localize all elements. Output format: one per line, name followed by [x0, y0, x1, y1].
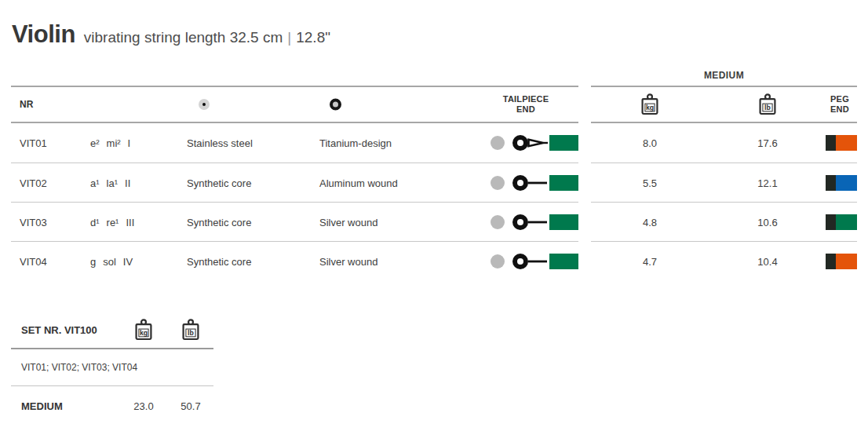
- string-row-vit04: VIT04 g sol IV Synthetic core Silver wou…: [11, 241, 578, 280]
- svg-text:lb: lb: [764, 104, 771, 111]
- peg-swatch-dark: [826, 135, 836, 151]
- lb-weight-icon: lb: [758, 93, 777, 116]
- note-solfege: la¹: [107, 177, 118, 188]
- string-winding: Silver wound: [319, 216, 377, 228]
- tension-kg: 5.5: [618, 177, 681, 188]
- subtitle-text: vibrating string length 32.5 cm: [84, 29, 283, 46]
- note-pitch: e²: [90, 137, 100, 149]
- tension-kg: 8.0: [618, 137, 681, 149]
- tailpiece-color-swatch: [549, 135, 578, 151]
- note-solfege: mi²: [107, 137, 121, 149]
- set-contents-row: VIT01; VIT02; VIT03; VIT04: [11, 349, 213, 386]
- peg-swatch-color: [836, 214, 857, 230]
- note-numeral: IV: [123, 255, 133, 267]
- svg-text:lb: lb: [188, 328, 194, 336]
- string-row-vit01: VIT01 e² mi² I Stainless steel Titanium-…: [11, 123, 578, 163]
- tension-kg: 4.8: [618, 216, 681, 228]
- tailpiece-end-icon: [512, 173, 548, 192]
- ball-end-icon: [512, 173, 548, 192]
- peg-header-line2: END: [822, 104, 857, 115]
- gray-dot-icon: [491, 215, 505, 229]
- tension-lb: 12.1: [736, 177, 799, 188]
- set-table: SET NR. VIT100 kg lb VIT01; VIT02; VIT03…: [11, 311, 213, 426]
- note-solfege: re¹: [107, 216, 119, 228]
- string-nr: VIT01: [20, 137, 47, 149]
- tension-lb: 10.4: [736, 255, 799, 267]
- string-nr: VIT02: [20, 177, 47, 188]
- note-pitch: a¹: [90, 177, 100, 188]
- string-core: Synthetic core: [187, 177, 251, 188]
- set-tension-lb: 50.7: [167, 400, 214, 412]
- string-winding: Aluminum wound: [319, 177, 398, 188]
- svg-text:kg: kg: [140, 328, 148, 336]
- strings-table-header: NR TAILPIECE END: [11, 86, 578, 123]
- lb-weight-icon: lb: [181, 318, 200, 341]
- note-numeral: I: [128, 137, 131, 149]
- violin-spec-page: Violin vibrating string length 32.5 cm|1…: [0, 0, 868, 431]
- set-table-header: SET NR. VIT100 kg lb: [11, 311, 213, 349]
- gray-dot-icon: [491, 176, 505, 190]
- set-tension-kg: 23.0: [120, 400, 167, 412]
- tension-row-vit03: 4.8 10.6: [591, 202, 857, 241]
- tension-row-vit04: 4.7 10.4: [591, 241, 857, 280]
- set-contents-list: VIT01; VIT02; VIT03; VIT04: [21, 362, 137, 373]
- note-numeral: III: [126, 216, 134, 228]
- string-note: e² mi² I: [90, 137, 130, 149]
- tailpiece-column-header: TAILPIECE END: [482, 94, 570, 115]
- subtitle-separator: |: [283, 29, 296, 46]
- gray-dot-icon: [491, 254, 505, 268]
- peg-end-color-swatch: [826, 214, 857, 230]
- peg-swatch-color: [836, 254, 857, 269]
- peg-swatch-color: [836, 175, 857, 191]
- tailpiece-end-icon: [512, 133, 548, 152]
- peg-end-color-swatch: [826, 254, 857, 269]
- string-core: Stainless steel: [187, 137, 253, 149]
- peg-header-line1: PEG: [822, 94, 857, 104]
- peg-end-color-swatch: [826, 135, 857, 151]
- tailpiece-end-icon: [512, 252, 548, 271]
- note-pitch: d¹: [90, 216, 100, 228]
- string-note: g sol IV: [90, 255, 133, 267]
- note-pitch: g: [90, 255, 96, 267]
- winding-column-icon: [330, 99, 341, 111]
- tailpiece-color-swatch: [549, 214, 578, 230]
- peg-swatch-dark: [826, 214, 836, 230]
- string-winding: Titanium-design: [319, 137, 392, 149]
- set-values-row: MEDIUM 23.0 50.7: [11, 386, 213, 426]
- tension-kg: 4.7: [618, 255, 681, 267]
- tension-lb: 10.6: [736, 216, 799, 228]
- string-nr: VIT04: [20, 255, 47, 267]
- tension-lb: 17.6: [736, 137, 799, 149]
- tension-row-vit01: 8.0 17.6: [591, 123, 857, 163]
- strings-table-right: kg lb PEG END 8.0 17.6 5.5 12.1: [591, 86, 857, 280]
- kg-weight-icon: kg: [134, 318, 153, 341]
- gray-dot-icon: [491, 136, 505, 150]
- peg-swatch-color: [836, 135, 857, 151]
- string-row-vit03: VIT03 d¹ re¹ III Synthetic core Silver w…: [11, 202, 578, 241]
- string-note: d¹ re¹ III: [90, 216, 134, 228]
- string-core: Synthetic core: [187, 216, 251, 228]
- tailpiece-color-swatch: [549, 175, 578, 191]
- ball-end-icon: [512, 252, 548, 271]
- subtitle-inches: 12.8": [296, 29, 330, 46]
- tension-row-vit02: 5.5 12.1: [591, 163, 857, 202]
- ball-end-icon: [512, 213, 548, 232]
- core-column-icon: [199, 99, 210, 110]
- tailpiece-end-icon: [512, 213, 548, 232]
- string-note: a¹ la¹ II: [90, 177, 130, 188]
- note-solfege: sol: [103, 255, 116, 267]
- string-core: Synthetic core: [187, 255, 251, 267]
- gauge-column-header: MEDIUM: [591, 70, 857, 81]
- loop-end-icon: [512, 133, 548, 152]
- string-nr: VIT03: [20, 216, 47, 228]
- set-gauge-label: MEDIUM: [21, 400, 63, 412]
- page-title: Violin: [12, 20, 75, 49]
- nr-column-header: NR: [20, 99, 33, 110]
- peg-swatch-dark: [826, 175, 836, 191]
- kg-weight-icon: kg: [640, 93, 659, 116]
- tension-table-header: kg lb PEG END: [591, 86, 857, 123]
- svg-text:kg: kg: [646, 104, 654, 111]
- set-number-title: SET NR. VIT100: [21, 323, 97, 335]
- peg-end-color-swatch: [826, 175, 857, 191]
- page-header: Violin vibrating string length 32.5 cm|1…: [12, 20, 330, 49]
